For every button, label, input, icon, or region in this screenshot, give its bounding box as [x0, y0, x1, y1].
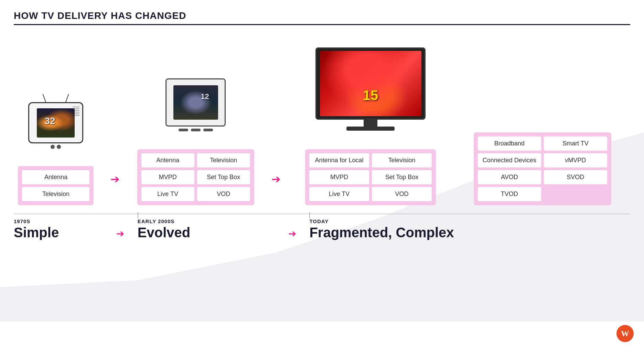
antenna-right — [66, 94, 69, 102]
boxes-today-right: Broadband Smart TV Connected Devices vMV… — [474, 132, 611, 205]
box-mvpd-2000s: MVPD — [141, 170, 194, 184]
era-1970s: 32 Antenna Television — [14, 102, 98, 205]
box-stb-2000s: Set Top Box — [197, 170, 250, 184]
tv-controls-old — [25, 145, 87, 149]
tv-screen-modern: 15 — [320, 51, 421, 116]
box-stb-today: Set Top Box — [372, 170, 432, 184]
timeline-era-today: TODAY Fragmented, Complex — [302, 218, 630, 240]
box-television-today: Television — [372, 153, 432, 167]
tv-screen-old: 32 — [37, 108, 75, 138]
box-smarttv: Smart TV — [544, 137, 607, 151]
box-antenna-today: Antenna for Local — [309, 153, 369, 167]
box-tvod: TVOD — [478, 187, 541, 201]
box-antenna-2000s: Antenna — [141, 153, 194, 167]
tv-1970s-illustration: 32 — [25, 102, 87, 154]
box-vmvpd: vMVPD — [544, 153, 607, 167]
main-layout: 32 Antenna Television — [14, 32, 630, 240]
box-avod: AVOD — [478, 170, 541, 184]
tv-bottom-controls — [161, 127, 230, 133]
box-antenna-1970s: Antenna — [22, 170, 89, 184]
tick-mark-today — [309, 212, 310, 218]
era-label-today: Fragmented, Complex — [309, 225, 630, 240]
arrow-1: ➔ — [105, 174, 126, 205]
timeline-era-1970s: 1970s Simple — [14, 218, 110, 240]
tv-stand-neck — [364, 120, 377, 127]
timeline-arrow-icon-1: ➔ — [116, 228, 124, 239]
box-mvpd-today: MVPD — [309, 170, 369, 184]
page-container: HOW TV DELIVERY HAS CHANGED — [0, 0, 644, 349]
timeline-arrow-1: ➔ — [110, 218, 131, 239]
era-period-today: TODAY — [309, 218, 630, 224]
bottom-timeline: 1970s Simple ➔ EARLY 2000s Evolved ➔ TOD… — [14, 214, 630, 240]
tv-body-modern: 15 — [315, 47, 426, 120]
boxes-today-left: Antenna for Local Television MVPD Set To… — [305, 149, 436, 205]
box-livetv-2000s: Live TV — [141, 187, 194, 201]
title-divider — [14, 24, 630, 25]
tv-2000s-illustration: 12 — [161, 78, 230, 137]
box-television-2000s: Television — [197, 153, 250, 167]
arrow-2: ➔ — [266, 174, 286, 205]
box-livetv-today: Live TV — [309, 187, 369, 201]
player-2000s: 12 — [173, 85, 218, 120]
watermark-letter: W — [621, 329, 629, 338]
boxes-1970s: Antenna Television — [18, 166, 94, 205]
page-title: HOW TV DELIVERY HAS CHANGED — [14, 10, 630, 21]
antenna-left — [43, 94, 46, 102]
tv-body-med: 12 — [165, 78, 226, 127]
timeline-arrow-2: ➔ — [282, 218, 302, 239]
tv-screen-med: 12 — [173, 85, 218, 120]
arrow-icon-1: ➔ — [110, 174, 120, 185]
era-today-left: 15 Antenna for Local Television MVPD Set… — [293, 47, 448, 205]
box-vod-2000s: VOD — [197, 187, 250, 201]
tv-stand-base — [346, 127, 395, 131]
box-television-1970s: Television — [22, 187, 89, 201]
player-70s: 32 — [37, 108, 75, 138]
tv-old: 32 — [25, 102, 87, 154]
box-broadband: Broadband — [478, 137, 541, 151]
tv-antenna — [42, 92, 69, 102]
box-vod-today: VOD — [372, 187, 432, 201]
eras-row: 32 Antenna Television — [14, 32, 630, 205]
tv-medium: 12 — [161, 78, 230, 137]
timeline-arrow-icon-2: ➔ — [288, 228, 296, 239]
era-label-1970s: Simple — [14, 225, 110, 240]
era-early2000s: 12 Antenna Television — [132, 78, 259, 205]
tv-modern: 15 — [312, 47, 429, 137]
player-today: 15 — [320, 51, 421, 116]
arrow-icon-2: ➔ — [271, 174, 281, 185]
box-connected-devices: Connected Devices — [478, 153, 541, 167]
tick-mark-2000s — [138, 212, 138, 218]
timeline-era-early2000s: EARLY 2000s Evolved — [131, 218, 282, 240]
boxes-2000s: Antenna Television MVPD Set Top Box Live… — [137, 149, 254, 205]
era-period-early2000s: EARLY 2000s — [138, 218, 282, 224]
era-period-1970s: 1970s — [14, 218, 110, 224]
era-label-early2000s: Evolved — [138, 225, 282, 240]
box-empty — [544, 187, 607, 201]
tv-today-illustration: 15 — [312, 47, 429, 137]
box-svod: SVOD — [544, 170, 607, 184]
tv-body-old: 32 — [28, 102, 83, 143]
watermark-logo: W — [616, 325, 634, 342]
era-today-right: Broadband Smart TV Connected Devices vMV… — [455, 32, 630, 205]
